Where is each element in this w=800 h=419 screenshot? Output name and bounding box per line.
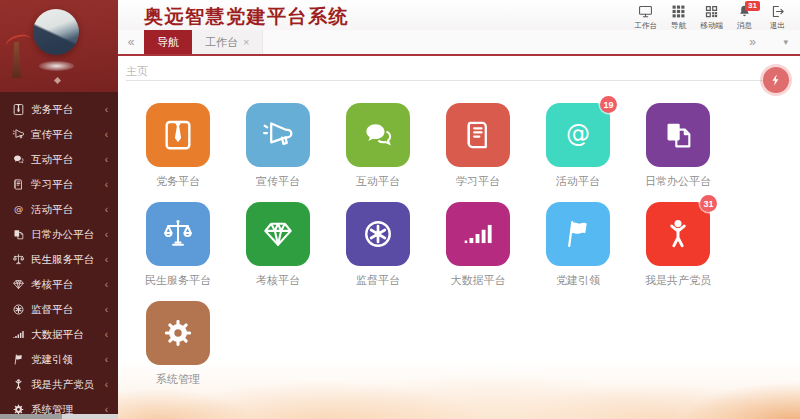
copy-icon xyxy=(12,228,25,241)
app-tile[interactable]: 19@ xyxy=(546,103,610,167)
sidebar-item-label: 我是共产党员 xyxy=(31,378,94,392)
app-tile-cell: 党务平台 xyxy=(128,103,228,189)
grid-icon xyxy=(671,4,686,19)
at-icon: @ xyxy=(12,203,25,216)
header-action-navigation[interactable]: 导航 xyxy=(662,4,695,32)
header-action-label: 移动端 xyxy=(700,21,723,32)
sidebar-item[interactable]: 党务平台‹ xyxy=(0,97,118,122)
sidebar-item[interactable]: 日常办公平台‹ xyxy=(0,222,118,247)
app-tile[interactable] xyxy=(246,202,310,266)
lightning-icon xyxy=(769,73,783,87)
logo-mini-glyph xyxy=(54,77,61,84)
sidebar-item[interactable]: @活动平台‹ xyxy=(0,197,118,222)
chevron-left-icon: ‹ xyxy=(105,379,108,390)
logo-moon-image xyxy=(33,9,79,55)
megaphone-icon xyxy=(261,118,295,152)
platform-tile-grid: 党务平台宣传平台互动平台学习平台19@活动平台日常办公平台民生服务平台考核平台监… xyxy=(128,103,728,387)
chevron-left-icon: ‹ xyxy=(105,179,108,190)
tab-bar: « 导航工作台× » ▾ xyxy=(118,30,800,56)
app-tile-label: 民生服务平台 xyxy=(145,273,211,288)
app-tile-label: 日常办公平台 xyxy=(645,174,711,189)
app-tile[interactable] xyxy=(646,103,710,167)
chevron-left-icon: ‹ xyxy=(105,329,108,340)
app-tile-label: 我是共产党员 xyxy=(645,273,711,288)
tabs-menu-caret-icon[interactable]: ▾ xyxy=(783,37,788,47)
app-tile-label: 系统管理 xyxy=(156,372,200,387)
app-tile-label: 党建引领 xyxy=(556,273,600,288)
wheel-icon xyxy=(12,303,25,316)
sidebar-item[interactable]: 学习平台‹ xyxy=(0,172,118,197)
flag-icon xyxy=(561,217,595,251)
sidebar-horizontal-scrollbar[interactable] xyxy=(0,414,118,419)
app-tile[interactable] xyxy=(446,202,510,266)
app-tile-cell: 党建引领 xyxy=(528,202,628,288)
header-action-label: 退出 xyxy=(770,21,785,32)
diamond-icon xyxy=(261,217,295,251)
sidebar-item[interactable]: 民生服务平台‹ xyxy=(0,247,118,272)
sidebar-item[interactable]: 大数据平台‹ xyxy=(0,322,118,347)
tabs-slot: 导航工作台× xyxy=(144,30,263,54)
sidebar-item-label: 学习平台 xyxy=(31,178,73,192)
sidebar-item-label: 日常办公平台 xyxy=(31,228,94,242)
content-area: 主页 党务平台宣传平台互动平台学习平台19@活动平台日常办公平台民生服务平台考核… xyxy=(118,56,800,419)
tile-badge: 19 xyxy=(600,96,617,113)
chevron-left-icon: ‹ xyxy=(105,129,108,140)
bars-icon xyxy=(461,217,495,251)
sidebar-item[interactable]: 考核平台‹ xyxy=(0,272,118,297)
app-tile[interactable] xyxy=(546,202,610,266)
app-tile[interactable]: 31 xyxy=(646,202,710,266)
quick-action-button[interactable] xyxy=(763,67,789,93)
app-tile[interactable] xyxy=(446,103,510,167)
app-tile-cell: 监督平台 xyxy=(328,202,428,288)
tabs-right-controls: » ▾ xyxy=(739,30,800,54)
app-tile[interactable] xyxy=(146,301,210,365)
breadcrumb[interactable]: 主页 xyxy=(126,64,148,79)
app-tile-cell: 学习平台 xyxy=(428,103,528,189)
app-tile[interactable] xyxy=(346,103,410,167)
page-title: 奥远智慧党建平台系统 xyxy=(144,4,349,30)
logout-icon xyxy=(770,4,785,19)
bars-icon xyxy=(12,328,25,341)
book-icon xyxy=(461,118,495,152)
sidebar: 党务平台‹宣传平台‹互动平台‹学习平台‹@活动平台‹日常办公平台‹民生服务平台‹… xyxy=(0,0,118,419)
monitor-icon xyxy=(638,4,653,19)
app-tile-cell: 19@活动平台 xyxy=(528,103,628,189)
header-action-messages[interactable]: 31消息 xyxy=(728,4,761,32)
tabs-scroll-left-icon[interactable]: « xyxy=(118,30,144,54)
scrollbar-thumb[interactable] xyxy=(0,414,62,419)
app-tile-cell: 互动平台 xyxy=(328,103,428,189)
tie-icon xyxy=(161,118,195,152)
sidebar-menu: 党务平台‹宣传平台‹互动平台‹学习平台‹@活动平台‹日常办公平台‹民生服务平台‹… xyxy=(0,92,118,419)
book-icon xyxy=(12,178,25,191)
tab-close-icon[interactable]: × xyxy=(243,36,249,48)
person-icon xyxy=(661,217,695,251)
gear-icon xyxy=(161,316,195,350)
tab-workbench[interactable]: 工作台× xyxy=(192,30,263,54)
app-tile[interactable] xyxy=(146,103,210,167)
sidebar-item[interactable]: 党建引领‹ xyxy=(0,347,118,372)
top-header: 奥远智慧党建平台系统 工作台导航移动端31消息退出 xyxy=(118,0,800,30)
app-tile[interactable] xyxy=(346,202,410,266)
logo-reflection xyxy=(39,61,74,71)
app-tile-label: 党务平台 xyxy=(156,174,200,189)
sidebar-item[interactable]: 互动平台‹ xyxy=(0,147,118,172)
sidebar-item-label: 监督平台 xyxy=(31,303,73,317)
header-action-workbench[interactable]: 工作台 xyxy=(629,4,662,32)
app-tile[interactable] xyxy=(146,202,210,266)
header-actions: 工作台导航移动端31消息退出 xyxy=(629,4,794,32)
tabs-scroll-right-icon[interactable]: » xyxy=(739,35,765,49)
app-tile-label: 宣传平台 xyxy=(256,174,300,189)
sidebar-item[interactable]: 监督平台‹ xyxy=(0,297,118,322)
sidebar-item[interactable]: 我是共产党员‹ xyxy=(0,372,118,397)
app-tile-cell: 31我是共产党员 xyxy=(628,202,728,288)
sidebar-banner xyxy=(0,0,118,92)
app-tile-label: 活动平台 xyxy=(556,174,600,189)
tab-navigation[interactable]: 导航 xyxy=(144,30,192,54)
sidebar-item[interactable]: 宣传平台‹ xyxy=(0,122,118,147)
header-action-logout[interactable]: 退出 xyxy=(761,4,794,32)
sidebar-item-label: 大数据平台 xyxy=(31,328,84,342)
header-action-mobile[interactable]: 移动端 xyxy=(695,4,728,32)
app-tile[interactable] xyxy=(246,103,310,167)
app-tile-label: 大数据平台 xyxy=(451,273,506,288)
scales-icon xyxy=(161,217,195,251)
